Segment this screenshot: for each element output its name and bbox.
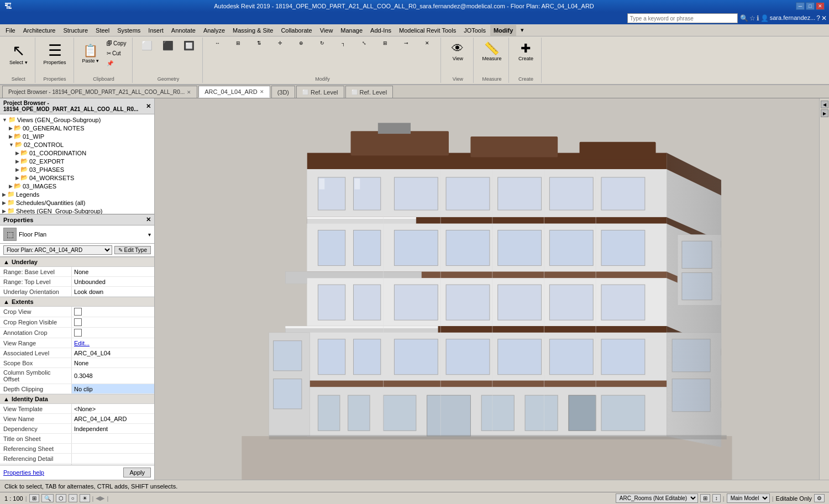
3d-btn[interactable]: ⬡ xyxy=(56,494,66,502)
minimize-button[interactable]: ─ xyxy=(796,2,805,10)
render-btn[interactable]: ○ xyxy=(69,494,77,502)
crop-view-value[interactable] xyxy=(72,307,154,317)
measure-btn[interactable]: 📏 Measure xyxy=(478,39,505,64)
search-icon[interactable]: 🔍 xyxy=(740,14,748,22)
window-controls[interactable]: ─ □ ✕ xyxy=(796,2,825,10)
phases-arrow[interactable]: ▶ xyxy=(15,167,19,172)
scale-btn[interactable]: ⤡ xyxy=(354,39,374,48)
restore-button[interactable]: □ xyxy=(806,2,815,10)
menu-massing[interactable]: Massing & Site xyxy=(229,25,276,36)
geometry-btn1[interactable]: ⬜ xyxy=(137,39,157,53)
tree-control[interactable]: ▼ 📂 02_CONTROL xyxy=(0,140,154,149)
tree-images[interactable]: ▶ 📂 03_IMAGES xyxy=(0,182,154,190)
type-dropdown[interactable]: ▾ xyxy=(148,232,151,238)
zoom-btn[interactable]: 🔍 xyxy=(41,494,54,502)
menu-modelical[interactable]: Modelical Revit Tools xyxy=(396,25,459,36)
menu-addins[interactable]: Add-Ins xyxy=(367,25,395,36)
menu-jotools[interactable]: JOTools xyxy=(460,25,489,36)
menu-file[interactable]: File xyxy=(2,25,19,36)
menu-annotate[interactable]: Annotate xyxy=(168,25,199,36)
sidebar-expand-btn[interactable]: ▶ xyxy=(821,109,828,117)
apply-button[interactable]: Apply xyxy=(123,468,151,477)
properties-close[interactable]: ✕ xyxy=(146,216,151,223)
create-btn[interactable]: ✚ Create xyxy=(513,39,538,64)
annotation-crop-value[interactable] xyxy=(72,328,154,338)
menu-manage[interactable]: Manage xyxy=(337,25,366,36)
settings-btn[interactable]: ⚙ xyxy=(814,494,825,502)
view-name-value[interactable]: ARC_04_L04_ARD xyxy=(72,414,154,423)
geometry-btn3[interactable]: 🔲 xyxy=(179,39,199,53)
offset-btn[interactable]: ⊞ xyxy=(228,39,248,48)
general-notes-arrow[interactable]: ▶ xyxy=(9,125,13,131)
control-arrow[interactable]: ▼ xyxy=(9,142,14,148)
images-arrow[interactable]: ▶ xyxy=(9,183,13,189)
viewport[interactable] xyxy=(155,98,819,480)
view-ribbon-btn[interactable]: 👁 View xyxy=(445,39,470,64)
views-arrow[interactable]: ▼ xyxy=(2,117,7,123)
scope-box-value[interactable]: None xyxy=(72,358,154,368)
move-btn[interactable]: ✛ xyxy=(270,39,290,48)
wip-arrow[interactable]: ▶ xyxy=(9,134,13,139)
sidebar-collapse-btn[interactable]: ◀ xyxy=(821,101,828,108)
search-input[interactable] xyxy=(627,13,738,23)
model-selector[interactable]: Main Model xyxy=(727,494,770,503)
workset-btn[interactable]: ⊞ xyxy=(700,494,710,502)
menu-insert[interactable]: Insert xyxy=(145,25,167,36)
worksets-arrow[interactable]: ▶ xyxy=(15,175,19,181)
trim-btn[interactable]: ┐ xyxy=(333,39,353,48)
tree-general-notes[interactable]: ▶ 📂 00_GENERAL NOTES xyxy=(0,124,154,132)
view-range-value[interactable]: Edit... xyxy=(72,338,154,348)
ref-sheet-value[interactable] xyxy=(72,444,154,453)
tree-phases[interactable]: ▶ 📂 03_PHASES xyxy=(0,165,154,174)
legends-arrow[interactable]: ▶ xyxy=(2,192,6,197)
copy-modify-btn[interactable]: ⊕ xyxy=(291,39,311,48)
select-btn[interactable]: ↖ Select ▾ xyxy=(6,39,32,68)
view-controls-btn[interactable]: ⊞ xyxy=(29,494,39,502)
crop-region-value[interactable] xyxy=(72,317,154,327)
menu-systems[interactable]: Systems xyxy=(114,25,144,36)
top-level-value[interactable]: Unbounded xyxy=(72,277,154,286)
tab-close-project-browser[interactable]: ✕ xyxy=(187,90,191,95)
paste-btn[interactable]: 📋 Paste ▾ xyxy=(78,41,103,66)
bookmark-icon[interactable]: ☆ xyxy=(749,14,755,22)
paste-special-btn[interactable]: 📌 xyxy=(104,59,129,68)
export-arrow[interactable]: ▶ xyxy=(15,159,19,164)
underlay-orient-value[interactable]: Look down xyxy=(72,287,154,296)
geometry-btn2[interactable]: ⬛ xyxy=(158,39,178,53)
project-browser-close[interactable]: ✕ xyxy=(146,103,151,110)
cut-btn[interactable]: ✂ Cut xyxy=(104,49,129,58)
tab-close-arc04[interactable]: ✕ xyxy=(260,89,264,95)
tab-ref-level-1[interactable]: ⬜ Ref. Level xyxy=(296,86,344,98)
tab-project-browser[interactable]: Project Browser - 18194_OPE_MOD_PART_A21… xyxy=(2,86,197,98)
schedules-arrow[interactable]: ▶ xyxy=(2,200,6,206)
menu-steel[interactable]: Steel xyxy=(92,25,113,36)
split-btn[interactable]: ⊸ xyxy=(396,39,416,48)
menu-structure[interactable]: Structure xyxy=(60,25,91,36)
coordination-arrow[interactable]: ▶ xyxy=(15,150,19,156)
assoc-level-value[interactable]: ARC_04_L04 xyxy=(72,348,154,358)
tab-3d[interactable]: (3D) xyxy=(271,86,295,98)
tab-ref-level-2[interactable]: ⬜ Ref. Level xyxy=(345,86,393,98)
mirror-btn[interactable]: ⇅ xyxy=(249,39,269,48)
menu-modify[interactable]: Modify xyxy=(490,25,516,36)
col-offset-value[interactable]: 0.3048 xyxy=(72,368,154,384)
properties-ribbon-btn[interactable]: ☰ Properties xyxy=(40,39,70,68)
tree-wip[interactable]: ▶ 📂 01_WIP xyxy=(0,132,154,140)
depth-clip-value[interactable]: No clip xyxy=(72,384,154,393)
floor-plan-select[interactable]: Floor Plan: ARC_04_L04_ARD xyxy=(3,245,112,255)
sheets-arrow[interactable]: ▶ xyxy=(2,208,6,214)
menu-view[interactable]: View xyxy=(317,25,337,36)
sun-btn[interactable]: ☀ xyxy=(80,494,90,502)
properties-help-link[interactable]: Properties help xyxy=(3,469,44,476)
menu-more[interactable]: ▾ xyxy=(517,25,527,36)
delete-btn[interactable]: ✕ xyxy=(417,39,437,48)
edit-type-button[interactable]: ✎ Edit Type xyxy=(114,246,151,254)
close-button[interactable]: ✕ xyxy=(816,2,825,10)
section-identity[interactable]: ▲ Identity Data xyxy=(0,394,154,404)
info-icon[interactable]: ℹ xyxy=(757,14,759,22)
sync-btn[interactable]: ↕ xyxy=(712,494,721,502)
section-extents[interactable]: ▲ Extents xyxy=(0,297,154,307)
tree-schedules[interactable]: ▶ 📁 Schedules/Quantities (all) xyxy=(0,198,154,207)
dependency-value[interactable]: Independent xyxy=(72,424,154,433)
rotate-btn[interactable]: ↻ xyxy=(312,39,332,48)
